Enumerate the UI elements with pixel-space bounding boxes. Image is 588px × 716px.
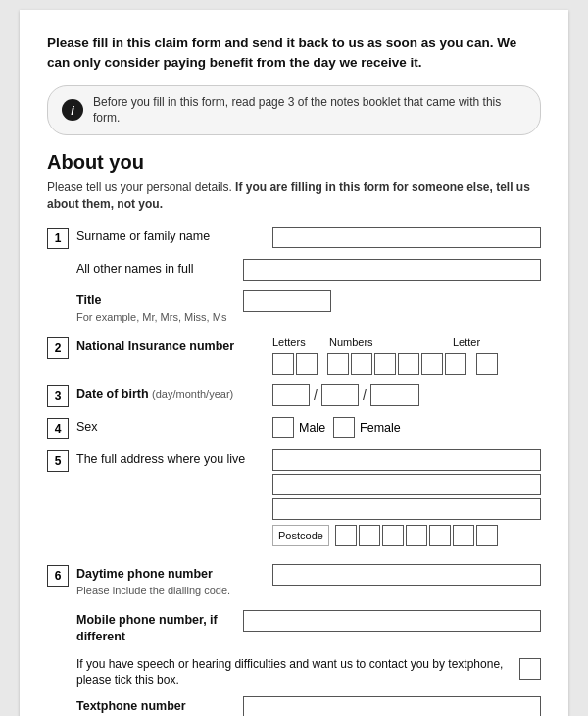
info-box-text: Before you fill in this form, read page … [93,94,526,128]
textphone-notice: If you have speech or hearing difficulti… [76,656,541,690]
postcode-label: Postcode [272,525,329,546]
ni-boxes [272,353,541,375]
postcode-box-7[interactable] [476,525,498,546]
ni-box-7[interactable] [421,353,443,375]
q6-number: 6 [47,565,69,587]
q2-number: 2 [47,337,69,359]
all-names-input[interactable] [243,259,541,281]
postcode-box-5[interactable] [429,525,451,546]
phone-input[interactable] [272,564,541,586]
mobile-label: Mobile phone number, if different [76,610,243,646]
q1-input-col [272,227,541,248]
ni-box-1[interactable] [272,353,294,375]
textphone-number-group: Textphone number [47,696,541,716]
postcode-box-4[interactable] [406,525,427,546]
postcode-box-1[interactable] [335,525,357,546]
postcode-box-6[interactable] [453,525,474,546]
sex-female-box[interactable] [333,417,355,438]
ni-headers: Letters Numbers Letter [272,336,541,348]
dob-year[interactable] [370,384,419,406]
ni-box-8[interactable] [445,353,466,375]
q1-label: Surname or family name [76,227,272,246]
sex-male-label: Male [299,421,325,435]
surname-input[interactable] [272,227,541,248]
all-names-label: All other names in full [76,259,243,279]
postcode-row: Postcode [272,525,541,546]
section-title: About you [47,151,541,174]
dob-slash-2: / [363,387,367,403]
section-description: Please tell us your personal details. If… [47,179,541,213]
textphone-tick-box[interactable] [519,658,541,680]
address-line-2[interactable] [272,474,541,495]
mobile-group: Mobile phone number, if different [47,610,541,646]
info-icon: i [62,99,83,121]
q3-number: 3 [47,385,69,407]
mobile-input-col [243,610,541,632]
postcode-box-3[interactable] [382,525,404,546]
address-label: The full address where you live [76,449,272,469]
q4-number: 4 [47,418,69,439]
q1-group: 1 Surname or family name [47,227,541,249]
q5-number: 5 [47,450,69,472]
sex-row: Male Female [272,417,541,438]
textphone-input-col [243,696,541,716]
dob-row: / / [272,384,541,406]
mobile-input[interactable] [243,610,541,632]
q2-group: 2 National Insurance number Letters Numb… [47,336,541,375]
q5-group: 5 The full address where you live Postco… [47,449,541,546]
q4-group: 4 Sex Male Female [47,417,541,439]
info-box: i Before you fill in this form, read pag… [47,85,541,136]
textphone-label: Textphone number [76,696,243,716]
ni-box-4[interactable] [351,353,372,375]
form-page: Please fill in this claim form and send … [20,10,568,716]
dob-month[interactable] [321,384,359,406]
textphone-input[interactable] [243,696,541,716]
sex-male-box[interactable] [272,417,294,438]
phone-label: Daytime phone number Please include the … [76,564,272,600]
title-input[interactable] [243,290,331,312]
phone-input-col [272,564,541,586]
q3-group: 3 Date of birth (day/month/year) / / [47,384,541,407]
dob-slash-1: / [314,387,318,403]
ni-input-col: Letters Numbers Letter [272,336,541,375]
sex-female-option: Female [333,417,401,438]
sex-male-option: Male [272,417,325,438]
textphone-notice-text: If you have speech or hearing difficulti… [76,656,512,690]
all-names-input-col [243,259,541,281]
all-names-group: All other names in full [47,259,541,281]
ni-box-5[interactable] [374,353,396,375]
dob-input-col: / / [272,384,541,406]
title-sublabel: For example, Mr, Mrs, Miss, Ms [76,311,226,323]
title-label-col: Title For example, Mr, Mrs, Miss, Ms [76,290,243,327]
ni-box-3[interactable] [327,353,349,375]
sex-input-col: Male Female [272,417,541,438]
sex-label: Sex [76,417,272,436]
sex-female-label: Female [360,421,401,435]
ni-box-6[interactable] [398,353,419,375]
phone-sublabel: Please include the dialling code. [76,585,230,596]
q6-group: 6 Daytime phone number Please include th… [47,564,541,600]
intro-text: Please fill in this claim form and send … [47,33,541,74]
postcode-box-2[interactable] [359,525,380,546]
q1-number: 1 [47,228,69,249]
address-line-3[interactable] [272,498,541,520]
dob-label: Date of birth (day/month/year) [76,384,272,404]
address-input-col: Postcode [272,449,541,546]
ni-box-9[interactable] [476,353,498,375]
title-input-col [243,290,541,312]
textphone-section: If you have speech or hearing difficulti… [47,656,541,690]
address-line-1[interactable] [272,449,541,471]
dob-day[interactable] [272,384,310,406]
ni-box-2[interactable] [296,353,318,375]
title-group: Title For example, Mr, Mrs, Miss, Ms [47,290,541,327]
ni-label: National Insurance number [76,336,272,356]
